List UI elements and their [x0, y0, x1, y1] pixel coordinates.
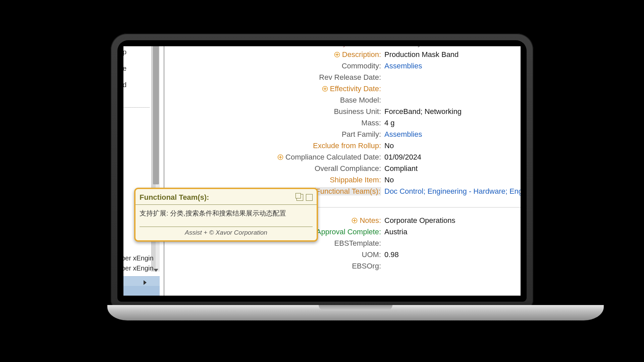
laptop-lid: p e d ber xEngin ber xEngin: [111, 34, 533, 308]
screen-bezel: p e d ber xEngin ber xEngin: [117, 40, 527, 302]
field-label-part_family: Part Family:: [170, 129, 383, 140]
tooltip-footer: Assist + © Xavor Corporation: [140, 227, 313, 240]
field-value-uom: 0.98: [383, 249, 521, 260]
field-row-lifecycle_phase: Lifecycle Phase:Preliminary: [170, 46, 521, 49]
field-value-functional_teams[interactable]: Doc Control; Engineering - Hardware; Eng…: [383, 186, 521, 197]
laptop-mockup: p e d ber xEngin ber xEngin: [107, 34, 537, 320]
field-row-rev_release_date: Rev Release Date:: [170, 72, 521, 83]
field-row-uom: UOM:0.98: [170, 249, 521, 260]
field-label-uom: UOM:: [170, 249, 383, 260]
field-value-commodity[interactable]: Assemblies: [383, 60, 521, 72]
field-label-text: Compliance Calculated Date:: [285, 153, 381, 161]
sidebar-item[interactable]: d: [123, 80, 150, 90]
field-label-text: EBSTemplate:: [334, 239, 381, 247]
field-label-text: Commodity:: [342, 62, 381, 70]
sidebar-scrollbar-thumb[interactable]: [153, 46, 159, 184]
field-label-lifecycle_phase: Lifecycle Phase:: [170, 46, 383, 49]
field-label-commodity: Commodity:: [170, 60, 383, 72]
field-value-shippable_item: No: [383, 174, 521, 186]
field-label-text: Rev Release Date:: [319, 73, 381, 81]
expand-window-icon[interactable]: [306, 194, 313, 201]
field-label-text: Business Unit:: [334, 107, 381, 116]
field-label-exclude_from_rollup: Exclude from Rollup:: [170, 140, 383, 152]
field-row-description: Description:Production Mask Band: [170, 49, 521, 60]
sidebar-divider: [123, 107, 150, 108]
sidebar-item[interactable]: e: [123, 63, 150, 74]
field-label-text: EBSOrg:: [352, 262, 381, 270]
dropdown-icon[interactable]: [154, 269, 158, 272]
vertical-splitter[interactable]: [164, 46, 164, 296]
field-label-effectivity_date: Effectivity Date:: [170, 83, 383, 95]
field-value-compliance_calculated_date: 01/09/2024: [383, 152, 521, 163]
field-label-text: Effectivity Date:: [330, 84, 381, 93]
copy-icon[interactable]: [297, 194, 303, 201]
field-row-commodity: Commodity:Assemblies: [170, 60, 521, 72]
field-row-compliance_calculated_date: Compliance Calculated Date:01/09/2024: [170, 152, 521, 163]
field-row-base_model: Base Model:: [170, 95, 521, 106]
app-viewport: p e d ber xEngin ber xEngin: [123, 46, 521, 296]
field-value-overall_compliance: Compliant: [383, 163, 521, 174]
field-label-ebs_org: EBSOrg:: [170, 260, 383, 272]
field-label-rev_release_date: Rev Release Date:: [170, 72, 383, 83]
field-value-notes: Corporate Operations: [383, 215, 521, 226]
field-label-description: Description:: [170, 49, 383, 60]
field-value-exclude_from_rollup: No: [383, 140, 521, 152]
field-label-text: Overall Compliance:: [315, 164, 381, 173]
screen: p e d ber xEngin ber xEngin: [123, 46, 521, 296]
field-label-shippable_item: Shippable Item:: [170, 174, 383, 186]
field-row-ebs_org: EBSOrg:: [170, 260, 521, 272]
field-label-business_unit: Business Unit:: [170, 106, 383, 117]
field-value-mass: 4 g: [383, 117, 521, 129]
field-label-compliance_calculated_date: Compliance Calculated Date:: [170, 152, 383, 163]
sidebar-item[interactable]: p: [123, 47, 150, 57]
field-row-shippable_item: Shippable Item:No: [170, 174, 521, 186]
field-label-mass: Mass:: [170, 117, 383, 129]
add-icon[interactable]: [334, 52, 340, 58]
add-icon[interactable]: [277, 154, 283, 160]
field-row-mass: Mass:4 g: [170, 117, 521, 129]
add-icon[interactable]: [322, 86, 328, 92]
field-row-business_unit: Business Unit:ForceBand; Networking: [170, 106, 521, 117]
laptop-base: [107, 305, 604, 320]
add-icon[interactable]: [352, 218, 358, 224]
engine-label: ber xEngin: [123, 263, 154, 274]
tooltip-body: 支持扩展: 分类,搜索条件和搜索结果展示动态配置: [136, 205, 317, 221]
field-label-overall_compliance: Overall Compliance:: [170, 163, 383, 174]
field-label-text: Notes:: [360, 216, 381, 225]
trackpad-notch: [319, 305, 392, 310]
field-label-text: Exclude from Rollup:: [313, 141, 381, 150]
sidebar: p e d ber xEngin ber xEngin: [123, 46, 160, 296]
assist-tooltip: Functional Team(s): 支持扩展: 分类,搜索条件和搜索结果展示…: [134, 188, 318, 242]
field-label-text: Mass:: [361, 119, 381, 127]
engine-label: ber xEngin: [123, 253, 154, 263]
sidebar-items: p e d: [123, 47, 150, 92]
field-value-market_approval_complete: Austria: [383, 226, 521, 238]
field-value-lifecycle_phase: Preliminary: [383, 46, 521, 49]
field-label-text: Base Model:: [340, 96, 381, 104]
field-value-description: Production Mask Band: [383, 49, 521, 60]
expand-icon[interactable]: [144, 280, 147, 285]
field-row-effectivity_date: Effectivity Date:: [170, 83, 521, 95]
field-row-exclude_from_rollup: Exclude from Rollup:No: [170, 140, 521, 152]
field-label-text: Functional Team(s):: [315, 187, 381, 195]
sidebar-footer: [123, 276, 160, 296]
field-label-text: Description:: [342, 50, 381, 59]
field-row-overall_compliance: Overall Compliance:Compliant: [170, 163, 521, 174]
tooltip-title: Functional Team(s):: [140, 192, 209, 203]
field-value-business_unit: ForceBand; Networking: [383, 106, 521, 117]
field-label-text: UOM:: [362, 250, 381, 259]
field-label-base_model: Base Model:: [170, 95, 383, 106]
field-label-text: Part Family:: [342, 130, 381, 138]
field-label-text: Shippable Item:: [330, 176, 381, 184]
field-row-part_family: Part Family:Assemblies: [170, 129, 521, 140]
tooltip-header: Functional Team(s):: [136, 189, 317, 205]
field-label-text: Lifecycle Phase:: [327, 46, 381, 47]
details-form: Lifecycle Phase:PreliminaryDescription:P…: [170, 46, 521, 296]
field-value-part_family[interactable]: Assemblies: [383, 129, 521, 140]
